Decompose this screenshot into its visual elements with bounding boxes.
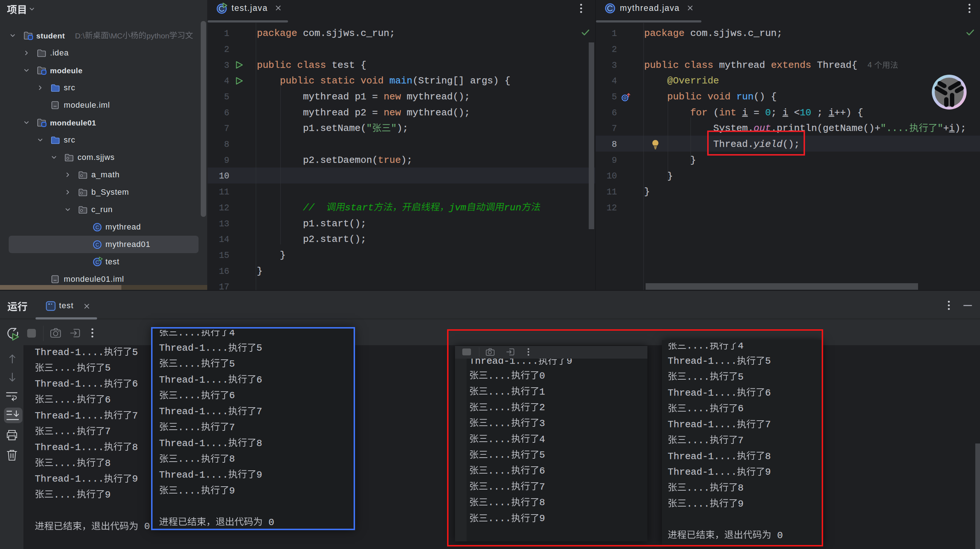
svg-text:C: C: [95, 259, 99, 265]
svg-text:C: C: [95, 225, 99, 230]
svg-text:C: C: [95, 242, 99, 248]
